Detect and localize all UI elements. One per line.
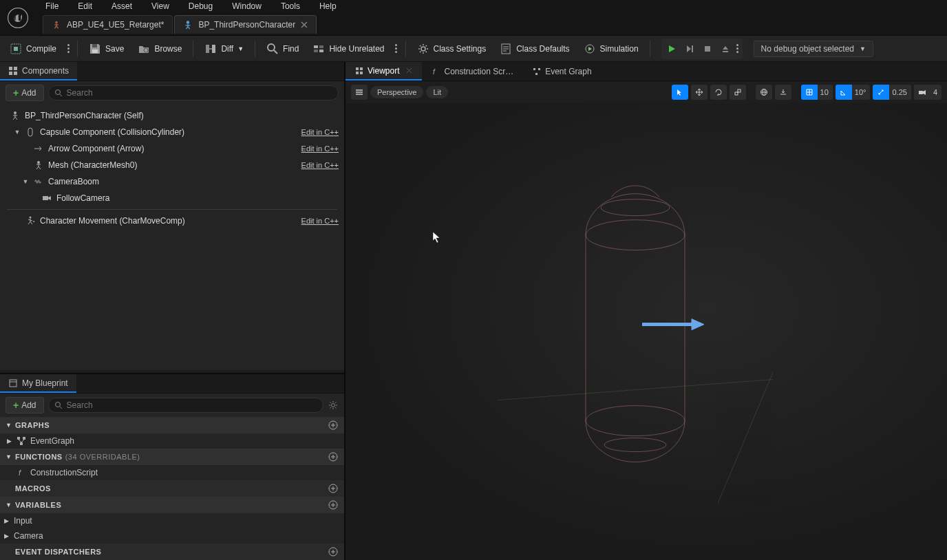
grid-snap-toggle[interactable]: [801, 85, 818, 100]
camera-speed[interactable]: 4: [914, 85, 941, 100]
close-icon[interactable]: [338, 68, 344, 74]
svg-rect-34: [23, 437, 25, 440]
expand-icon[interactable]: ▼: [22, 178, 29, 185]
tree-row[interactable]: Arrow Component (Arrow) Edit in C++: [0, 140, 344, 157]
close-icon[interactable]: [338, 380, 344, 387]
class-defaults-button[interactable]: Class Defaults: [494, 40, 575, 58]
graph-item[interactable]: ▶ EventGraph: [0, 433, 344, 449]
play-button[interactable]: [663, 40, 681, 58]
search-input[interactable]: [67, 400, 317, 410]
add-icon[interactable]: [328, 451, 339, 462]
eventgraph-tab[interactable]: Event Graph: [523, 62, 601, 80]
tree-row[interactable]: Character Movement (CharMoveComp) Edit i…: [0, 213, 344, 229]
variables-header[interactable]: ▼Variables: [0, 497, 344, 513]
eject-button[interactable]: [716, 40, 734, 58]
browse-button[interactable]: Browse: [132, 40, 187, 58]
viewport-3d[interactable]: [345, 103, 947, 560]
hide-options[interactable]: [393, 41, 400, 56]
svg-rect-53: [919, 91, 923, 94]
variable-category[interactable]: ▶Camera: [0, 528, 344, 543]
tree-row[interactable]: ▼ CameraBoom: [0, 173, 344, 190]
construction-tab[interactable]: f Construction Scr…: [422, 62, 523, 80]
perspective-select[interactable]: Perspective: [370, 86, 423, 98]
tree-root[interactable]: BP_ThirdPersonCharacter (Self): [0, 107, 344, 124]
menu-edit[interactable]: Edit: [68, 0, 102, 12]
translate-tool[interactable]: [691, 85, 707, 100]
edit-cpp-link[interactable]: Edit in C++: [301, 161, 339, 169]
add-component-button[interactable]: + Add: [6, 85, 44, 101]
dispatchers-header[interactable]: Event Dispatchers: [0, 543, 344, 560]
expand-icon[interactable]: ▼: [14, 129, 21, 136]
rotate-tool[interactable]: [710, 85, 727, 100]
viewport-menu-button[interactable]: [351, 85, 368, 100]
scale-snap-toggle[interactable]: [873, 85, 889, 100]
svg-point-23: [55, 90, 60, 95]
functions-header[interactable]: ▼Functions (34 OVERRIDABLE): [0, 449, 344, 465]
menu-file[interactable]: File: [36, 0, 68, 12]
select-tool[interactable]: [672, 85, 688, 100]
macros-header[interactable]: Macros: [0, 480, 344, 497]
add-icon[interactable]: [328, 420, 339, 431]
tree-row[interactable]: FollowCamera: [0, 190, 344, 206]
svg-point-60: [601, 200, 670, 216]
lit-select[interactable]: Lit: [426, 86, 448, 98]
world-space-toggle[interactable]: [756, 85, 772, 100]
browse-icon: [138, 43, 150, 55]
angle-snap[interactable]: 10°: [836, 85, 871, 100]
svg-line-54: [498, 380, 773, 400]
scale-snap[interactable]: 0.25: [873, 85, 911, 100]
graphs-header[interactable]: ▼Graphs: [0, 417, 344, 433]
variable-category[interactable]: ▶Input: [0, 513, 344, 528]
add-blueprint-button[interactable]: + Add: [6, 397, 44, 413]
close-icon[interactable]: [301, 21, 308, 28]
diff-button[interactable]: Diff ▼: [199, 40, 249, 58]
svg-rect-11: [314, 45, 318, 48]
menu-view[interactable]: View: [142, 0, 179, 12]
debug-object-select[interactable]: No debug object selected ▼: [754, 41, 873, 57]
function-item[interactable]: ▶ f ConstructionScript: [0, 465, 344, 480]
save-button[interactable]: Save: [83, 40, 129, 58]
compile-button[interactable]: Compile: [4, 40, 62, 58]
tab-label: BP_ThirdPersonCharacter: [198, 20, 295, 30]
blueprint-search[interactable]: [48, 398, 323, 413]
gear-icon[interactable]: [328, 400, 339, 411]
doc-tab-character[interactable]: BP_ThirdPersonCharacter: [174, 15, 317, 34]
mesh-icon: [33, 160, 44, 171]
class-settings-button[interactable]: Class Settings: [412, 40, 492, 58]
menu-asset[interactable]: Asset: [102, 0, 142, 12]
add-icon[interactable]: [328, 483, 339, 494]
find-button[interactable]: Find: [261, 40, 304, 58]
compile-options[interactable]: [65, 41, 72, 56]
stop-button[interactable]: [699, 40, 716, 58]
menu-tools[interactable]: Tools: [271, 0, 310, 12]
doc-tab-retarget[interactable]: ABP_UE4_UE5_Retarget*: [43, 15, 173, 34]
simulation-button[interactable]: Simulation: [578, 40, 644, 58]
tree-row[interactable]: Mesh (CharacterMesh0) Edit in C++: [0, 157, 344, 173]
toolbar: Compile Save Browse Diff ▼ Find Hide Unr…: [0, 36, 947, 62]
camera-speed-button[interactable]: [914, 85, 930, 100]
step-button[interactable]: [681, 40, 699, 58]
menu-window[interactable]: Window: [222, 0, 271, 12]
close-icon[interactable]: [406, 67, 412, 74]
search-icon: [54, 89, 63, 97]
edit-cpp-link[interactable]: Edit in C++: [301, 128, 339, 136]
add-icon[interactable]: [328, 546, 339, 557]
tree-row[interactable]: ▼ Capsule Component (CollisionCylinder) …: [0, 124, 344, 140]
play-options[interactable]: [734, 41, 741, 56]
search-input[interactable]: [67, 88, 332, 98]
hide-unrelated-button[interactable]: Hide Unrelated: [307, 40, 390, 58]
scale-tool[interactable]: [730, 85, 746, 100]
components-tab[interactable]: Components: [0, 62, 77, 80]
menu-debug[interactable]: Debug: [179, 0, 222, 12]
menu-help[interactable]: Help: [310, 0, 346, 12]
unreal-logo[interactable]: [0, 0, 36, 36]
edit-cpp-link[interactable]: Edit in C++: [301, 217, 339, 225]
components-search[interactable]: [48, 85, 339, 100]
grid-snap[interactable]: 10: [801, 85, 833, 100]
angle-snap-toggle[interactable]: [836, 85, 852, 100]
viewport-tab[interactable]: Viewport: [345, 62, 422, 80]
surface-snap-toggle[interactable]: [775, 85, 791, 100]
myblueprint-tab[interactable]: My Blueprint: [0, 374, 76, 393]
edit-cpp-link[interactable]: Edit in C++: [301, 144, 339, 153]
add-icon[interactable]: [328, 499, 339, 510]
